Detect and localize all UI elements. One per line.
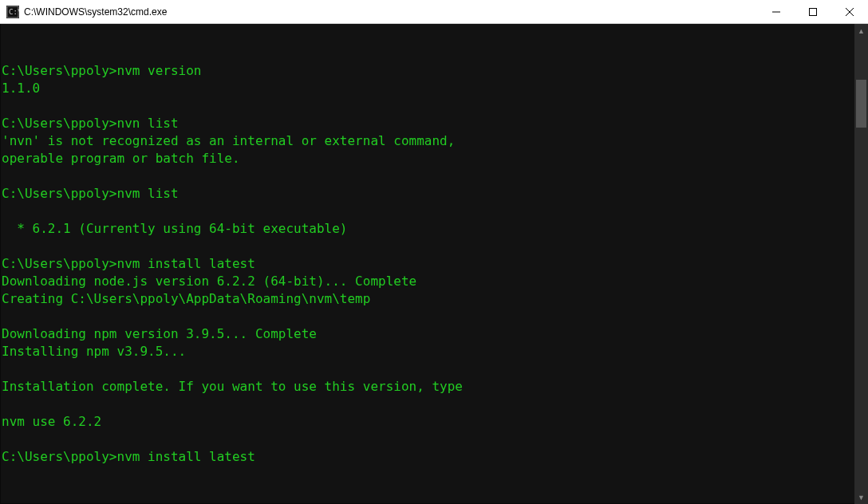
close-icon (846, 8, 854, 16)
window-title: C:\WINDOWS\system32\cmd.exe (24, 6, 167, 18)
minimize-icon (772, 8, 780, 16)
window-titlebar[interactable]: C:\ C:\WINDOWS\system32\cmd.exe (0, 0, 868, 24)
scroll-down-arrow[interactable]: ▼ (854, 490, 868, 504)
maximize-icon (809, 8, 817, 16)
minimize-button[interactable] (758, 0, 795, 24)
cmd-icon: C:\ (6, 6, 19, 18)
svg-rect-4 (810, 8, 817, 15)
svg-text:C:\: C:\ (9, 8, 19, 16)
scroll-up-arrow[interactable]: ▲ (854, 24, 868, 37)
vertical-scrollbar[interactable]: ▲ ▼ (854, 24, 868, 504)
maximize-button[interactable] (795, 0, 831, 24)
cmd-window: C:\ C:\WINDOWS\system32\cmd.exe C:\Users… (0, 0, 868, 504)
close-button[interactable] (831, 0, 868, 24)
terminal-output[interactable]: C:\Users\ppoly>nvm version 1.1.0 C:\User… (0, 24, 868, 504)
scrollbar-thumb[interactable] (856, 80, 866, 128)
